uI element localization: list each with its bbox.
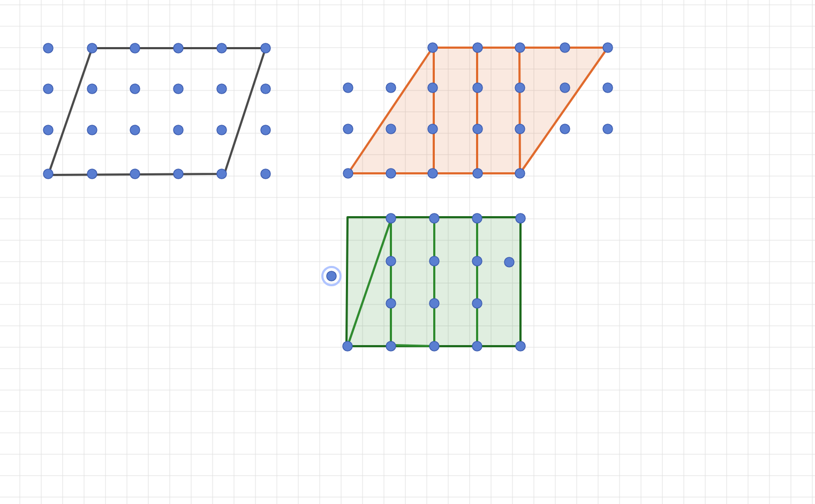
right-point-2-3[interactable] — [473, 124, 482, 134]
right-point-2-4[interactable] — [515, 124, 525, 134]
green-bottom-seg[interactable] — [391, 345, 434, 346]
left-point-1-2[interactable] — [130, 84, 140, 94]
right-point-0-3[interactable] — [473, 43, 482, 52]
right-point-1-1[interactable] — [386, 83, 396, 93]
right-point-1-3[interactable] — [473, 83, 482, 93]
left-point-2-0[interactable] — [43, 125, 53, 135]
green-point-3-0[interactable] — [343, 341, 352, 351]
green-point-0-2[interactable] — [429, 213, 439, 223]
green-point-1-2[interactable] — [429, 256, 439, 266]
left-point-0-3[interactable] — [173, 43, 183, 53]
right-point-1-5[interactable] — [560, 83, 570, 93]
right-point-0-6[interactable] — [603, 43, 613, 52]
left-point-3-0[interactable] — [43, 169, 53, 179]
left-point-2-3[interactable] — [173, 125, 183, 135]
left-point-0-0[interactable] — [43, 43, 53, 53]
right-point-3-0[interactable] — [343, 169, 353, 178]
right-point-1-4[interactable] — [515, 83, 525, 93]
left-point-0-5[interactable] — [261, 43, 270, 53]
green-extra-0[interactable] — [504, 257, 514, 267]
right-point-2-1[interactable] — [386, 124, 396, 134]
left-point-0-2[interactable] — [130, 43, 140, 53]
green-point-1-1[interactable] — [386, 256, 396, 266]
green-point-2-2[interactable] — [429, 299, 439, 308]
right-point-0-5[interactable] — [560, 43, 570, 52]
green-point-2-1[interactable] — [386, 299, 396, 308]
green-point-3-4[interactable] — [516, 341, 525, 351]
left-point-2-1[interactable] — [87, 125, 97, 135]
left-point-1-4[interactable] — [217, 84, 227, 94]
left-point-3-2[interactable] — [130, 169, 140, 179]
left-point-2-5[interactable] — [261, 125, 270, 135]
selected-point[interactable] — [327, 271, 336, 281]
right-point-2-0[interactable] — [343, 124, 353, 134]
left-point-3-5[interactable] — [261, 169, 270, 179]
left-point-1-5[interactable] — [261, 84, 270, 94]
green-point-0-3[interactable] — [472, 213, 482, 223]
left-point-2-4[interactable] — [217, 125, 227, 135]
right-point-0-4[interactable] — [515, 43, 525, 52]
green-point-0-1[interactable] — [386, 213, 396, 223]
orange-vert-3[interactable] — [519, 48, 520, 173]
left-point-1-3[interactable] — [173, 84, 183, 94]
green-point-1-3[interactable] — [472, 256, 482, 266]
green-point-3-3[interactable] — [472, 341, 482, 351]
right-point-2-2[interactable] — [428, 124, 437, 134]
left-point-3-4[interactable] — [217, 169, 227, 179]
left-point-3-1[interactable] — [87, 169, 97, 179]
left-point-2-2[interactable] — [130, 125, 140, 135]
right-point-1-0[interactable] — [343, 83, 353, 93]
right-point-2-6[interactable] — [603, 124, 613, 134]
right-point-3-2[interactable] — [428, 169, 437, 178]
right-point-1-2[interactable] — [428, 83, 437, 93]
left-point-3-3[interactable] — [173, 169, 183, 179]
left-point-0-1[interactable] — [87, 43, 97, 53]
green-point-3-2[interactable] — [429, 341, 439, 351]
right-point-3-3[interactable] — [473, 169, 482, 178]
right-point-0-2[interactable] — [428, 43, 437, 52]
left-point-1-0[interactable] — [43, 84, 53, 94]
right-point-3-4[interactable] — [515, 169, 525, 178]
geometry-canvas[interactable] — [0, 0, 815, 504]
green-point-3-1[interactable] — [386, 341, 396, 351]
green-point-2-3[interactable] — [472, 299, 482, 308]
right-point-3-1[interactable] — [386, 169, 396, 178]
right-point-1-6[interactable] — [603, 83, 613, 93]
green-point-0-4[interactable] — [516, 213, 525, 223]
right-point-2-5[interactable] — [560, 124, 570, 134]
left-point-1-1[interactable] — [87, 84, 97, 94]
left-point-0-4[interactable] — [217, 43, 227, 53]
